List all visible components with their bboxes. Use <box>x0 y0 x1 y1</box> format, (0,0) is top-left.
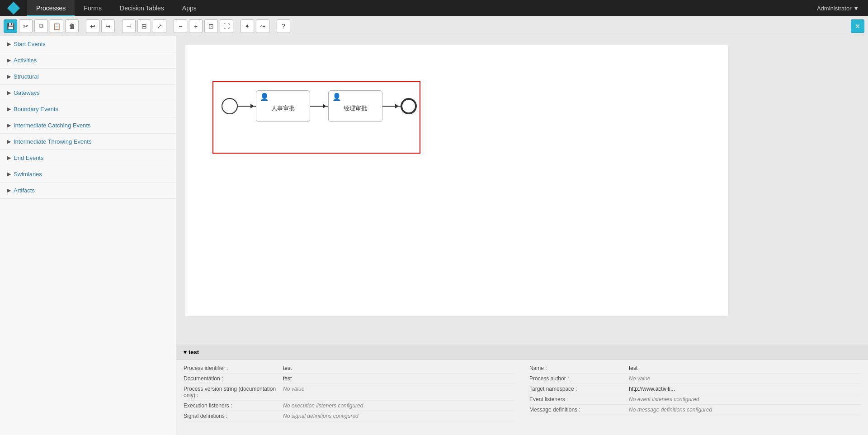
sidebar-item-intermediate-throwing[interactable]: ▶ Intermediate Throwing Events <box>0 134 176 150</box>
path2-button[interactable]: ⤳ <box>256 19 269 33</box>
info-right: Name : test Process author : No value Ta… <box>522 360 868 425</box>
canvas[interactable]: 👤 人事审批 👤 经理审批 <box>185 45 728 316</box>
main-area: ▶ Start Events ▶ Activities ▶ Structural… <box>0 36 868 435</box>
tab-decision-tables[interactable]: Decision Tables <box>111 0 173 16</box>
close-button[interactable]: ✕ <box>851 19 864 33</box>
sidebar-item-start-events[interactable]: ▶ Start Events <box>0 36 176 52</box>
logo-icon <box>7 2 20 14</box>
connect-button[interactable]: ⤢ <box>153 19 166 33</box>
chevron-right-icon: ▶ <box>7 171 11 177</box>
info-row: Message definitions : No message definit… <box>529 405 861 415</box>
sidebar-item-structural[interactable]: ▶ Structural <box>0 69 176 85</box>
align-left-button[interactable]: ⊣ <box>122 19 136 33</box>
sidebar-item-boundary-events[interactable]: ▶ Boundary Events <box>0 101 176 117</box>
chevron-right-icon: ▶ <box>7 139 11 145</box>
undo-button[interactable]: ↩ <box>86 19 99 33</box>
tab-processes[interactable]: Processes <box>27 0 75 16</box>
info-row: Process author : No value <box>529 374 861 384</box>
zoom-in-button[interactable]: + <box>189 19 203 33</box>
redo-button[interactable]: ↪ <box>101 19 115 33</box>
chevron-right-icon: ▶ <box>7 155 11 161</box>
start-event[interactable] <box>222 98 238 114</box>
tab-forms[interactable]: Forms <box>75 0 111 16</box>
canvas-area: 👤 人事审批 👤 经理审批 <box>176 36 868 435</box>
fullscreen-button[interactable]: ⛶ <box>220 19 233 33</box>
sequence-flow-2 <box>310 106 328 107</box>
chevron-right-icon: ▶ <box>7 187 11 193</box>
bottom-panel: ▾ test Process identifier : test Documen… <box>176 345 868 435</box>
bpmn-diagram: 👤 人事审批 👤 经理审批 <box>222 90 417 122</box>
canvas-scrollable[interactable]: 👤 人事审批 👤 经理审批 <box>176 36 868 345</box>
info-row: Process identifier : test <box>184 363 515 374</box>
save-button[interactable]: 💾 <box>4 19 17 33</box>
chevron-right-icon: ▶ <box>7 41 11 47</box>
delete-button[interactable]: 🗑 <box>65 19 79 33</box>
cut-button[interactable]: ✂ <box>19 19 33 33</box>
user-icon: 👤 <box>260 93 269 101</box>
zoom-out-button[interactable]: − <box>174 19 187 33</box>
info-row: Process version string (documentation on… <box>184 384 515 401</box>
chevron-right-icon: ▶ <box>7 57 11 63</box>
help-button[interactable]: ? <box>277 19 290 33</box>
chevron-right-icon: ▶ <box>7 90 11 96</box>
sequence-flow-1 <box>238 106 256 107</box>
sidebar-item-artifacts[interactable]: ▶ Artifacts <box>0 182 176 199</box>
chevron-right-icon: ▶ <box>7 106 11 112</box>
info-row: Target namespace : http://www.activiti..… <box>529 384 861 394</box>
task-manager-approval[interactable]: 👤 经理审批 <box>328 90 382 122</box>
info-row: Signal definitions : No signal definitio… <box>184 411 515 421</box>
sidebar-item-intermediate-catching[interactable]: ▶ Intermediate Catching Events <box>0 117 176 134</box>
task-hr-approval[interactable]: 👤 人事审批 <box>256 90 310 122</box>
info-left: Process identifier : test Documentation … <box>176 360 522 425</box>
copy-button[interactable]: ⧉ <box>34 19 48 33</box>
end-event[interactable] <box>401 98 417 114</box>
tab-apps[interactable]: Apps <box>173 0 206 16</box>
info-row: Documentation : test <box>184 374 515 384</box>
sidebar-item-end-events[interactable]: ▶ End Events <box>0 150 176 166</box>
user-menu[interactable]: Administrator ▼ <box>817 5 868 12</box>
sidebar-item-swimlanes[interactable]: ▶ Swimlanes <box>0 166 176 182</box>
zoom-fit-button[interactable]: ⊡ <box>204 19 218 33</box>
user-icon: 👤 <box>332 93 341 101</box>
info-row: Execution listeners : No execution liste… <box>184 401 515 411</box>
logo <box>0 4 27 13</box>
sequence-flow-3 <box>382 106 401 107</box>
toolbar: 💾 ✂ ⧉ 📋 🗑 ↩ ↪ ⊣ ⊟ ⤢ − + ⊡ ⛶ ✦ ⤳ ? ✕ <box>0 16 868 36</box>
path1-button[interactable]: ✦ <box>241 19 254 33</box>
paste-button[interactable]: 📋 <box>50 19 63 33</box>
chevron-right-icon: ▶ <box>7 74 11 80</box>
sidebar-item-activities[interactable]: ▶ Activities <box>0 52 176 69</box>
align-center-button[interactable]: ⊟ <box>137 19 151 33</box>
nav-tabs: Processes Forms Decision Tables Apps <box>27 0 206 16</box>
info-row: Event listeners : No event listeners con… <box>529 394 861 405</box>
top-navigation: Processes Forms Decision Tables Apps Adm… <box>0 0 868 16</box>
left-panel: ▶ Start Events ▶ Activities ▶ Structural… <box>0 36 176 435</box>
sidebar-item-gateways[interactable]: ▶ Gateways <box>0 85 176 101</box>
info-row: Name : test <box>529 363 861 374</box>
chevron-right-icon: ▶ <box>7 122 11 128</box>
bottom-panel-content: Process identifier : test Documentation … <box>176 360 868 425</box>
collapse-icon[interactable]: ▾ <box>184 349 187 355</box>
bottom-panel-header: ▾ test <box>176 345 868 360</box>
